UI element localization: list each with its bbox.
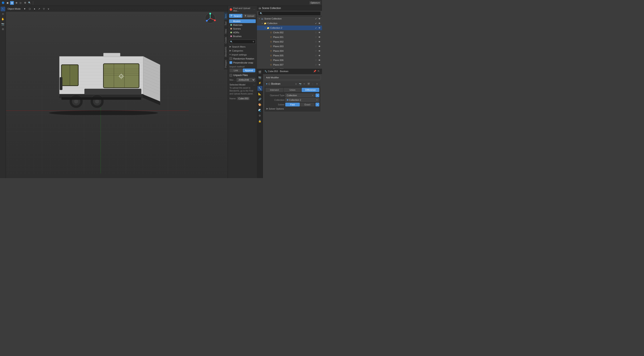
asset-type-models[interactable]: Models — [229, 19, 256, 23]
props-tab-constraint[interactable]: 📐 — [258, 91, 262, 96]
action-eye-col[interactable]: 👁 — [318, 21, 321, 25]
asset-type-hdrs[interactable]: HDRs — [229, 31, 256, 34]
tool-camera[interactable]: 📷 — [1, 22, 5, 26]
options-button[interactable]: Options ▾ — [310, 1, 321, 4]
search-box[interactable]: 🔍 ▼ — [229, 40, 256, 44]
tree-item-scene-collection[interactable]: ▾ 🗂 Scene Collection ✓ 👁 — [257, 16, 322, 21]
vp-tab-item[interactable]: Item — [224, 12, 228, 20]
outliner-search-input[interactable] — [258, 11, 321, 15]
viewport-select-menu[interactable]: ⬡ — [28, 7, 32, 11]
action-eye-plane004[interactable]: 👁 — [318, 49, 321, 53]
vp-tab-view[interactable]: View — [224, 27, 228, 35]
search-tab[interactable]: 🔍 Search — [229, 14, 242, 18]
path-object[interactable]: Cube.053 — [268, 70, 278, 72]
vp-tab-blenderkit[interactable]: BlenderKit — [224, 45, 228, 58]
perpendicular-snap-checkbox[interactable]: ✓ — [230, 61, 232, 64]
expand-collection2[interactable]: ▾ — [264, 26, 266, 29]
search-filters-row[interactable]: ▶ Search filters — [228, 45, 257, 49]
tool-move[interactable]: ✋ — [1, 17, 5, 21]
solver-plus[interactable]: + — [316, 103, 319, 106]
link-button[interactable]: Link — [230, 68, 242, 72]
viewport-object-menu[interactable]: ↗ — [37, 7, 41, 11]
unpack-files-checkbox[interactable] — [230, 74, 232, 77]
action-filter-plane004[interactable]: ▽ — [314, 49, 318, 53]
viewport-gizmo[interactable]: Y X Z — [204, 12, 216, 25]
vp-tab-polygon[interactable]: Polygon — [224, 58, 228, 69]
props-pin-icon[interactable]: 📌 — [313, 70, 316, 73]
expand-collection[interactable]: ▾ — [261, 22, 264, 25]
randomize-rotation-checkbox[interactable] — [230, 57, 232, 60]
toolbar-icon-sculpt[interactable]: ⊕ — [14, 1, 18, 5]
props-tab-render[interactable]: 📷 — [258, 75, 262, 80]
operand-type-plus[interactable]: + — [316, 93, 319, 97]
tree-item-collection[interactable]: ▾ 📁 Collection ✓ 👁 — [257, 21, 322, 25]
viewport-add-menu[interactable]: ● — [33, 7, 36, 10]
mc-icon-realtime[interactable]: ⊙ — [294, 82, 298, 86]
asset-type-brushes[interactable]: Brushes — [229, 34, 256, 38]
action-eye-plane005[interactable]: 👁 — [318, 54, 321, 57]
append-button[interactable]: Append — [243, 68, 256, 72]
op-difference[interactable]: Difference — [302, 88, 319, 92]
modifier-expand-arrow[interactable]: ▾ — [266, 82, 268, 85]
toolbar-icon-layout[interactable]: ▣ — [6, 1, 10, 5]
asset-type-materials[interactable]: Materials — [229, 23, 256, 27]
tree-item-circle002[interactable]: ▽ Circle.002 ▽ 👁 — [257, 30, 322, 35]
toolbar-icon-search[interactable]: 🔍 — [28, 1, 32, 5]
props-tab-material[interactable]: 🎨 — [258, 102, 262, 107]
action-checkbox-col[interactable]: ✓ — [314, 21, 318, 25]
vp-tab-tool[interactable]: Tool — [224, 20, 228, 27]
tree-item-plane003[interactable]: ▽ Plane.003 ▽ 👁 — [257, 44, 322, 49]
tree-item-plane004[interactable]: ▽ Plane.004 ▽ 👁 — [257, 49, 322, 53]
operand-type-value[interactable]: Collection ▾ — [285, 93, 315, 97]
props-expand-icon[interactable]: ⇱ — [317, 70, 320, 73]
tree-item-collection2[interactable]: ▾ 📁 Collection 2 ✓ 👁 — [257, 25, 322, 30]
action-filter-plane007[interactable]: ▽ — [314, 63, 318, 66]
viewport-filter-icon[interactable]: ▽ — [42, 7, 46, 11]
action-checkbox-col2[interactable]: ✓ — [314, 26, 318, 29]
viewport-object-mode[interactable]: Object Mode — [6, 7, 22, 10]
mc-icon-close[interactable]: ✕ — [315, 82, 319, 86]
props-tab-particles[interactable]: 🌊 — [258, 108, 262, 113]
action-filter-plane002[interactable]: ▽ — [314, 40, 318, 43]
viewport-3d[interactable]: ▼ Object Mode ▼ ⬡ ● ↗ ▽ ∨ ↖ ✛ ✋ 📷 ⊞ — [0, 6, 228, 178]
solver-fast[interactable]: Fast — [285, 103, 300, 106]
action-eye-plane002[interactable]: 👁 — [318, 40, 321, 43]
outliner-search[interactable] — [257, 11, 322, 16]
action-checkbox[interactable]: ✓ — [314, 17, 318, 20]
action-filter-plane005[interactable]: ▽ — [314, 54, 318, 57]
toolbar-icon-texture[interactable]: ⚙ — [23, 1, 27, 5]
action-filter-plane003[interactable]: ▽ — [314, 45, 318, 48]
tree-item-plane001[interactable]: ▽ Plane.001 ▽ 👁 — [257, 35, 322, 39]
tree-item-plane007[interactable]: ▽ Plane.007 ▽ 👁 — [257, 62, 322, 67]
categories-row[interactable]: ▶ Categories — [228, 49, 257, 53]
props-tab-scene[interactable]: 🎬 — [258, 70, 262, 75]
tool-grid[interactable]: ⊞ — [1, 27, 5, 31]
toolbar-icon-blender[interactable]: 🔵 — [1, 1, 5, 5]
tree-item-plane005[interactable]: ▽ Plane.005 ▽ 👁 — [257, 53, 322, 58]
selected-model-collapse[interactable]: — — [253, 84, 255, 86]
expand-scene-collection[interactable]: ▾ — [258, 17, 261, 20]
op-union[interactable]: Union — [284, 88, 301, 92]
mc-icon-edit[interactable]: ✏ — [302, 82, 306, 86]
upload-tab[interactable]: ⬆ Upload — [243, 14, 256, 18]
vp-tab-create[interactable]: Create — [224, 35, 228, 45]
toolbar-icon-uv[interactable]: ▷ — [19, 1, 23, 5]
tool-select[interactable]: ↖ — [1, 7, 5, 11]
viewport-extra-btn[interactable]: ∨ — [46, 7, 50, 11]
import-settings-row[interactable]: ▾ Import settings — [228, 53, 257, 57]
toolbar-icon-modeling[interactable]: ◈ — [10, 1, 14, 5]
mc-icon-render[interactable]: 📷 — [298, 82, 302, 86]
props-tab-modifier[interactable]: 🔧 — [258, 86, 262, 91]
max-res-select[interactable]: 2048x2048 1024x1024 4096x4096 — [236, 78, 255, 82]
path-modifier[interactable]: Boolean — [280, 70, 288, 72]
props-tab-data[interactable]: 🔗 — [258, 97, 262, 102]
solver-exact[interactable]: Exact — [300, 103, 315, 106]
action-eye-circle002[interactable]: 👁 — [318, 31, 321, 34]
search-filter-toggle[interactable]: ▼ — [251, 40, 256, 44]
mc-icon-dots[interactable]: ⋮ — [311, 82, 315, 86]
tool-cursor[interactable]: ✛ — [1, 12, 5, 16]
action-eye-plane006[interactable]: 👁 — [318, 58, 321, 62]
action-eye-plane001[interactable]: 👁 — [318, 35, 321, 39]
action-eye[interactable]: 👁 — [318, 17, 321, 20]
tree-item-plane006[interactable]: ▽ Plane.006 ▽ 👁 — [257, 58, 322, 62]
